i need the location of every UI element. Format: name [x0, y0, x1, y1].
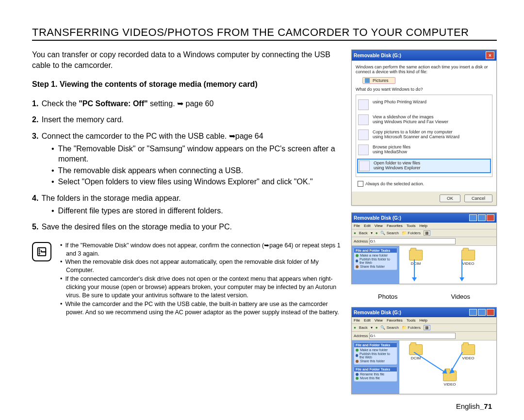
- bullet-icon: [356, 373, 359, 376]
- action-option[interactable]: View a slideshow of the images using Win…: [357, 113, 491, 126]
- option-icon: [358, 129, 369, 140]
- step-item: 5. Save the desired files on the storage…: [32, 222, 342, 232]
- step-item: 4. The folders in the storage media appe…: [32, 193, 342, 216]
- menu-bar[interactable]: FileEditViewFavoritesToolsHelp: [352, 317, 496, 324]
- option-icon: [358, 145, 369, 155]
- maximize-icon[interactable]: [478, 309, 486, 316]
- step-heading: Step 1. Viewing the contents of storage …: [32, 79, 342, 90]
- option-icon: [359, 161, 370, 171]
- bullet-icon: [356, 354, 358, 357]
- step-subitem: Different file types are stored in diffe…: [42, 206, 342, 216]
- step-item: 3. Connect the camcorder to the PC with …: [32, 131, 342, 187]
- close-icon[interactable]: [487, 214, 494, 221]
- address-bar[interactable]: Address: [352, 332, 496, 340]
- menu-item[interactable]: Help: [419, 318, 427, 323]
- explorer-titlebar: Removable Disk (G:): [352, 307, 496, 317]
- menu-item[interactable]: Help: [419, 224, 427, 228]
- arrow-icon: [414, 259, 415, 281]
- cancel-button[interactable]: Cancel: [464, 194, 492, 202]
- explorer-titlebar: Removable Disk (G:): [352, 213, 496, 223]
- page-title: TRANSFERRING VIDEOS/PHOTOS FROM THE CAMC…: [32, 26, 497, 41]
- action-option[interactable]: using Photo Printing Wizard: [357, 98, 491, 111]
- menu-item[interactable]: View: [375, 224, 383, 228]
- menu-item[interactable]: Edit: [364, 224, 371, 228]
- folder-item[interactable]: DCIM: [409, 250, 423, 280]
- note-list: If the "Removable Disk" window does not …: [59, 241, 342, 317]
- note-icon: [32, 242, 51, 261]
- photos-label: Photos: [378, 293, 397, 300]
- maximize-icon[interactable]: [478, 214, 486, 221]
- menu-item[interactable]: View: [375, 318, 383, 323]
- ok-button[interactable]: OK: [440, 194, 460, 202]
- bullet-icon: [356, 360, 359, 363]
- action-option[interactable]: Browse picture files using MediaShow: [357, 144, 491, 156]
- bullet-icon: [356, 349, 359, 352]
- address-bar[interactable]: Address: [352, 237, 496, 246]
- task-pane: File and Folder Tasks Make a new folder …: [354, 248, 397, 270]
- folder-item[interactable]: VIDEO: [461, 250, 475, 280]
- note-item: When the removable disk does not appear …: [59, 258, 342, 275]
- picture-icon: [365, 78, 370, 83]
- action-option[interactable]: Copy pictures to a folder on my computer…: [357, 129, 491, 141]
- menu-item[interactable]: File: [354, 318, 360, 323]
- note-item: While the camcorder and the PC with the …: [59, 300, 342, 317]
- task-pane: File and Folder Tasks Rename this file M…: [354, 367, 397, 382]
- note-item: If the connected camcorder's disk drive …: [59, 275, 342, 300]
- dialog-title: Removable Disk (G:): [354, 53, 401, 58]
- step-subitem: Select "Open folders to view files using…: [42, 177, 342, 187]
- address-input[interactable]: [369, 238, 456, 244]
- option-icon: [358, 99, 369, 110]
- content-type-chip: Pictures: [362, 77, 395, 84]
- intro-text: You can transfer or copy recorded data t…: [32, 49, 342, 70]
- menu-item[interactable]: Edit: [364, 318, 371, 323]
- arrow-icon: [412, 352, 451, 379]
- minimize-icon[interactable]: [469, 309, 477, 316]
- minimize-icon[interactable]: [469, 214, 477, 221]
- action-option[interactable]: Open folder to view files using Windows …: [357, 159, 491, 173]
- close-icon[interactable]: ×: [486, 51, 494, 59]
- checkbox-icon: [358, 181, 363, 187]
- task-pane: File and Folder Tasks Make a new folder …: [354, 342, 397, 365]
- close-icon[interactable]: [487, 309, 494, 316]
- svg-marker-4: [450, 368, 455, 373]
- menu-item[interactable]: Tools: [407, 318, 416, 323]
- menu-item[interactable]: Tools: [407, 224, 416, 228]
- menu-bar[interactable]: FileEditViewFavoritesToolsHelp: [352, 223, 496, 229]
- svg-line-1: [414, 352, 447, 373]
- action-list[interactable]: using Photo Printing WizardView a slides…: [356, 95, 492, 177]
- page-footer: English_71: [456, 402, 492, 410]
- arrow-icon: [461, 259, 462, 281]
- always-checkbox[interactable]: Always do the selected action.: [358, 181, 492, 187]
- menu-item[interactable]: File: [354, 224, 360, 228]
- screenshot-explorer-bottom: Removable Disk (G:) FileEditViewFavorite…: [351, 307, 497, 394]
- option-icon: [358, 114, 369, 125]
- folder-icon: [461, 250, 475, 260]
- address-input[interactable]: [369, 333, 456, 339]
- screenshot-autoplay-dialog: Removable Disk (G:) × Windows can perfor…: [351, 49, 497, 206]
- toolbar[interactable]: ●Back▾●🔍 Search📁 Folders▦: [352, 324, 496, 332]
- step-item: 1. Check the "PC Software: Off" setting.…: [32, 98, 342, 109]
- folder-labels: Photos Videos: [351, 291, 497, 307]
- screenshot-explorer-top: Removable Disk (G:) FileEditViewFavorite…: [351, 212, 497, 284]
- bullet-icon: [356, 377, 359, 380]
- bullet-icon: [356, 259, 358, 262]
- folder-icon: [409, 250, 423, 260]
- bullet-icon: [356, 254, 359, 257]
- toolbar[interactable]: ●Back▾●🔍 Search📁 Folders▦: [352, 229, 496, 237]
- step-list: 1. Check the "PC Software: Off" setting.…: [32, 98, 342, 232]
- step-subitem: The removable disk appears when connecti…: [42, 165, 342, 176]
- videos-label: Videos: [451, 293, 470, 300]
- menu-item[interactable]: Favorites: [387, 318, 403, 323]
- menu-item[interactable]: Favorites: [387, 224, 403, 228]
- step-item: 2. Insert the memory card.: [32, 114, 342, 125]
- step-subitem: The "Removable Disk" or "Samsung" window…: [42, 144, 342, 164]
- bullet-icon: [356, 265, 359, 268]
- arrow-icon: [448, 352, 467, 379]
- note-item: If the "Removable Disk" window does not …: [59, 242, 342, 258]
- dialog-text: Windows can perform the same action each…: [356, 65, 492, 74]
- dialog-prompt: What do you want Windows to do?: [356, 87, 492, 92]
- dialog-titlebar: Removable Disk (G:) ×: [352, 50, 496, 61]
